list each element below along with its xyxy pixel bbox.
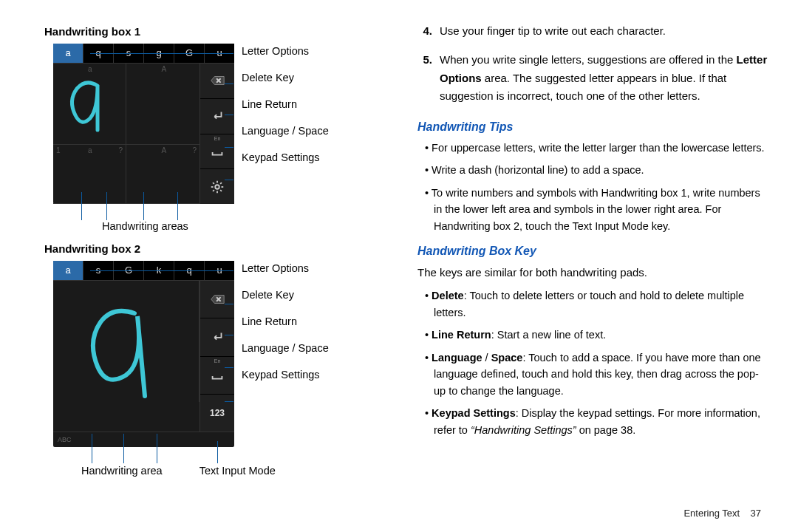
callout-labels: Letter Options Delete Key Line Return La… (242, 261, 329, 381)
handwriting-box-2-figure: a s G k q u (53, 261, 234, 447)
bullet-item: • Keypad Settings: Display the keypad se… (417, 405, 768, 438)
settings-key-icon (200, 169, 234, 204)
svg-point-0 (215, 185, 219, 189)
letter-option: a (53, 44, 83, 63)
letter-option: a (53, 261, 83, 280)
bullet-item: • Delete: Touch to delete letters or tou… (417, 287, 768, 321)
svg-line-8 (220, 183, 222, 184)
connector-line (225, 335, 233, 335)
callout-text: Line Return (242, 98, 329, 110)
handwriting-area (53, 281, 200, 402)
bullet-item: • For uppercase letters, write the lette… (417, 140, 768, 156)
bullet-item: • Line Return: Start a new line of text. (417, 327, 768, 343)
callout-text: Letter Options (242, 262, 329, 274)
bullet-item: • Write a dash (horizontal line) to add … (417, 162, 768, 178)
subheading: Handwriting Box Key (417, 245, 768, 258)
callout-text: Delete Key (242, 72, 329, 83)
bullet-item: • Language / Space: Touch to add a space… (417, 349, 768, 399)
svg-line-7 (213, 190, 214, 191)
callout-text: Delete Key (242, 289, 329, 301)
language-space-key-icon: En (200, 357, 234, 395)
step-number: 5. (417, 51, 432, 106)
connector-line (225, 367, 233, 368)
language-space-key-icon: En (200, 134, 234, 170)
mode-row: ABC (53, 432, 234, 447)
body-text: The keys are similar for both handwritin… (417, 264, 768, 282)
footer-page-number: 37 (751, 508, 761, 519)
pointer-lines (53, 447, 234, 463)
box2-heading: Handwriting box 2 (44, 242, 395, 255)
return-key-icon (200, 99, 234, 134)
connector-line (225, 304, 233, 304)
delete-key-icon (200, 64, 234, 99)
return-key-icon (200, 318, 234, 356)
callout-text: Keypad Settings (242, 151, 329, 163)
step-item: 4. Use your finger tip to write out each… (417, 22, 768, 41)
handwriting-grid: a A 1 a ? (53, 64, 200, 204)
page-footer: Entering Text 37 (683, 508, 761, 519)
callout-text: Language / Space (242, 125, 329, 137)
cell-label: ? (118, 146, 123, 154)
key-column: En (200, 64, 234, 204)
connector-line (225, 401, 233, 402)
cell-label: a (88, 146, 92, 154)
cell-label: ? (192, 146, 197, 154)
cell-label: A (162, 146, 167, 154)
handwriting-box-1-figure: a q s g G u a (53, 44, 234, 204)
box1-heading: Handwriting box 1 (44, 25, 395, 38)
bullet-item: • To write numbers and symbols with Hand… (417, 185, 768, 234)
caption: Handwriting areas (102, 220, 395, 232)
handwritten-letter-icon (61, 74, 112, 133)
callout-text: Line Return (242, 316, 329, 327)
step-text: Use your finger tip to write out each ch… (440, 22, 666, 41)
connector-line (225, 83, 233, 84)
svg-line-5 (213, 183, 214, 184)
pointer-lines (53, 204, 234, 220)
callout-text: Keypad Settings (242, 369, 329, 381)
cell-label: a (88, 65, 92, 73)
connector-line (90, 53, 233, 54)
step-text: When you write single letters, suggestio… (440, 51, 768, 106)
num-mode-key: 123 (200, 395, 234, 432)
connector-line (90, 270, 233, 271)
callout-text: Letter Options (242, 45, 329, 57)
connector-line (225, 180, 233, 180)
subheading: Handwriting Tips (417, 120, 768, 134)
caption: Handwriting area (81, 465, 163, 477)
connector-line (225, 147, 233, 148)
cell-label: A (162, 65, 167, 73)
abc-label: ABC (53, 432, 72, 447)
callout-text: Language / Space (242, 342, 329, 354)
cell-label: 1 (56, 146, 61, 154)
step-number: 4. (417, 22, 432, 41)
caption: Text Input Mode (200, 465, 276, 477)
handwritten-letter-icon (75, 300, 164, 403)
connector-line (225, 115, 233, 115)
svg-line-6 (220, 190, 222, 191)
footer-section: Entering Text (683, 508, 740, 519)
delete-key-icon (200, 281, 234, 318)
step-item: 5. When you write single letters, sugges… (417, 51, 768, 106)
callout-labels: Letter Options Delete Key Line Return La… (242, 44, 329, 163)
